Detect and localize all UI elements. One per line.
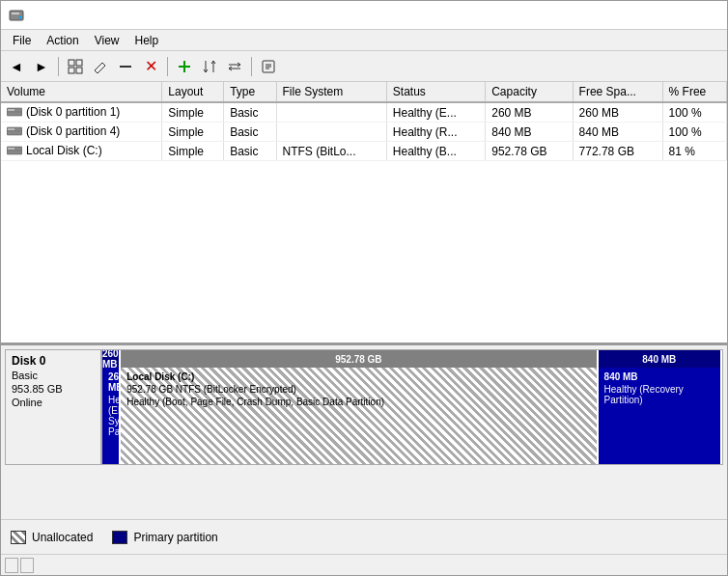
svg-rect-0 — [10, 11, 23, 20]
svg-rect-14 — [8, 109, 14, 111]
close-button[interactable] — [692, 5, 719, 26]
partition-header-p3: 840 MB — [599, 350, 720, 368]
cell-pctfree: 100 % — [662, 102, 726, 123]
grid-icon — [68, 59, 83, 74]
cell-layout: Simple — [162, 123, 224, 142]
menu-action[interactable]: Action — [39, 32, 86, 49]
disk-table: Volume Layout Type File System Status Ca… — [1, 82, 727, 161]
svg-rect-1 — [12, 13, 19, 14]
cell-type: Basic — [224, 142, 276, 161]
cell-capacity: 260 MB — [486, 102, 573, 123]
part-detail1-p3: Healthy (Recovery Partition) — [604, 384, 714, 405]
status-bar — [1, 554, 727, 575]
col-pctfree: % Free — [662, 82, 726, 102]
toolbar-sep1 — [58, 57, 59, 76]
menu-file[interactable]: File — [5, 32, 39, 49]
table-header-row: Volume Layout Type File System Status Ca… — [1, 82, 727, 102]
table-row[interactable]: (Disk 0 partition 1) SimpleBasicHealthy … — [1, 102, 727, 123]
cell-status: Healthy (B... — [386, 142, 485, 161]
toolbar-remove[interactable] — [114, 55, 137, 78]
svg-rect-8 — [120, 66, 131, 68]
title-left — [9, 8, 30, 23]
swap-horiz-icon — [227, 59, 242, 74]
col-filesystem: File System — [276, 82, 386, 102]
toolbar-swap-v[interactable] — [198, 55, 221, 78]
table-row[interactable]: Local Disk (C:) SimpleBasicNTFS (BitLo..… — [1, 142, 727, 161]
disk-row-0: Disk 0 Basic 953.85 GB Online 260 MB 260… — [5, 349, 723, 465]
toolbar-forward[interactable]: ► — [30, 55, 53, 78]
menu-help[interactable]: Help — [127, 32, 167, 49]
properties-icon — [261, 59, 276, 74]
maximize-button[interactable] — [663, 5, 690, 26]
svg-rect-6 — [76, 68, 82, 73]
partition-p1[interactable]: 260 MB 260 MB Healthy (EFI System Pa — [102, 350, 121, 464]
toolbar-sep2 — [167, 57, 168, 76]
add-icon — [177, 59, 192, 74]
col-status: Status — [386, 82, 485, 102]
cell-volume: (Disk 0 partition 1) — [1, 102, 162, 123]
toolbar-edit[interactable] — [89, 55, 112, 78]
cell-type: Basic — [224, 123, 276, 142]
swap-vert-icon — [202, 59, 217, 74]
status-pane-1 — [5, 558, 18, 573]
toolbar-back[interactable]: ◄ — [5, 55, 28, 78]
toolbar-delete[interactable]: ✕ — [139, 55, 162, 78]
cell-capacity: 952.78 GB — [486, 142, 573, 161]
legend-unalloc: Unallocated — [11, 531, 93, 544]
cell-freespace: 260 MB — [573, 102, 662, 123]
svg-rect-5 — [69, 68, 74, 73]
svg-rect-17 — [8, 128, 14, 130]
part-detail1-p1: Healthy (EFI System Pa — [108, 395, 113, 437]
disk-size: 953.85 GB — [12, 383, 95, 395]
disk-name: Disk 0 — [12, 354, 95, 368]
disk-icon: Local Disk (C:) — [7, 144, 102, 157]
cell-pctfree: 100 % — [662, 123, 726, 142]
cell-capacity: 840 MB — [486, 123, 573, 142]
col-capacity: Capacity — [486, 82, 573, 102]
cell-filesystem: NTFS (BitLo... — [276, 142, 386, 161]
col-freespace: Free Spa... — [573, 82, 662, 102]
cell-pctfree: 81 % — [662, 142, 726, 161]
disk-type: Basic — [12, 370, 95, 381]
menu-bar: File Action View Help — [1, 30, 727, 51]
cell-layout: Simple — [162, 102, 224, 123]
disk-status: Online — [12, 397, 95, 408]
cell-status: Healthy (E... — [386, 102, 485, 123]
disk-partitions-0: 260 MB 260 MB Healthy (EFI System Pa 952… — [101, 349, 723, 465]
main-window: File Action View Help ◄ ► ✕ — [0, 0, 728, 576]
disk-map-area: Disk 0 Basic 953.85 GB Online 260 MB 260… — [1, 345, 727, 519]
partition-header-p2: 952.78 GB — [121, 350, 596, 368]
toolbar: ◄ ► ✕ — [1, 51, 727, 82]
menu-view[interactable]: View — [87, 32, 127, 49]
part-detail2-p2: Healthy (Boot, Page File, Crash Dump, Ba… — [126, 397, 590, 407]
legend-primary-label: Primary partition — [133, 531, 217, 544]
disk-drive-icon — [7, 146, 22, 155]
toolbar-properties[interactable] — [257, 55, 280, 78]
cell-status: Healthy (R... — [386, 123, 485, 142]
cell-filesystem — [276, 102, 386, 123]
cell-volume: Local Disk (C:) — [1, 142, 162, 161]
disk-table-area: Volume Layout Type File System Status Ca… — [1, 82, 727, 345]
app-icon — [9, 8, 24, 23]
partition-p2[interactable]: 952.78 GB Local Disk (C:) 952.78 GB NTFS… — [121, 350, 598, 464]
svg-line-7 — [102, 63, 105, 66]
part-detail1-p2: 952.78 GB NTFS (BitLocker Encrypted) — [126, 384, 590, 395]
toolbar-add[interactable] — [173, 55, 196, 78]
toolbar-swap-h[interactable] — [223, 55, 246, 78]
cell-filesystem — [276, 123, 386, 142]
part-label-p2: Local Disk (C:) — [126, 371, 590, 382]
svg-rect-3 — [69, 60, 74, 66]
title-controls — [634, 5, 719, 26]
partition-p3[interactable]: 840 MB 840 MB Healthy (Recovery Partitio… — [599, 350, 722, 464]
legend-unalloc-box — [11, 531, 26, 544]
disk-drive-icon — [7, 126, 22, 136]
svg-rect-20 — [8, 148, 14, 150]
cell-freespace: 772.78 GB — [573, 142, 662, 161]
cell-volume: (Disk 0 partition 4) — [1, 123, 162, 142]
legend-primary-box — [112, 531, 127, 544]
cell-type: Basic — [224, 102, 276, 123]
minimize-button[interactable] — [634, 5, 661, 26]
status-pane-2 — [20, 558, 34, 573]
table-row[interactable]: (Disk 0 partition 4) SimpleBasicHealthy … — [1, 123, 727, 142]
toolbar-grid[interactable] — [64, 55, 87, 78]
